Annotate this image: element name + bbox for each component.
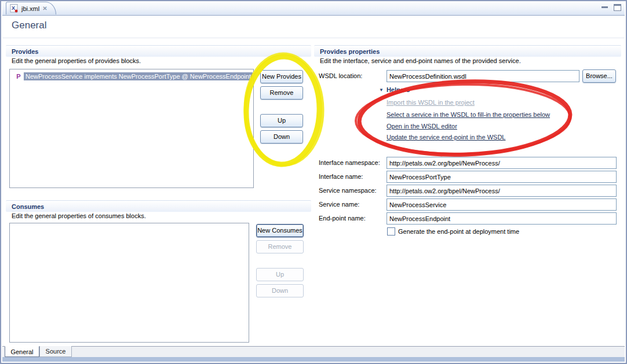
provides-properties-description: Edit the interface, service and end-poin…: [320, 57, 521, 64]
wsdl-location-label: WSDL location:: [319, 72, 362, 79]
endpoint-name-label: End-point name:: [319, 215, 366, 222]
generate-endpooint-label: Generate the end-point at deployment tim…: [398, 228, 519, 235]
xml-file-icon: X: [10, 4, 19, 13]
up-provides-button[interactable]: Up: [260, 114, 303, 127]
service-namespace-input[interactable]: [387, 185, 617, 197]
new-provides-button[interactable]: New Provides: [260, 70, 303, 83]
interface-name-input[interactable]: [387, 171, 617, 183]
consumes-section-title: Consumes: [6, 201, 311, 210]
consumes-description: Edit the general properties of consumes …: [12, 212, 146, 219]
title-separator: [2, 38, 625, 38]
link-open-wsdl-editor[interactable]: Open in the WSDL editor: [387, 123, 457, 130]
provides-item-icon: P: [14, 73, 23, 80]
collapse-arrow-icon: ▼: [379, 87, 384, 93]
provides-list[interactable]: P NewProcessService implements NewProces…: [9, 69, 254, 188]
provides-description: Edit the general properties of provides …: [12, 57, 141, 64]
endpoint-name-input[interactable]: [387, 212, 617, 225]
editor-page-tab-bar: General Source: [2, 346, 625, 357]
svg-text:X: X: [12, 5, 15, 11]
bottom-status-strip: [2, 357, 625, 362]
provides-item-text: NewProcessService implements NewProcessP…: [24, 72, 253, 80]
page-title: General: [12, 20, 46, 31]
wsdl-location-input[interactable]: [387, 70, 579, 82]
helpers-section-toggle[interactable]: ▼ Helpers: [379, 86, 410, 93]
provides-properties-title: Provides properties: [314, 46, 621, 55]
link-select-service[interactable]: Select a service in the WSDL to fill-in …: [387, 111, 550, 118]
remove-consumes-button: Remove: [256, 240, 304, 253]
down-provides-button[interactable]: Down: [260, 130, 303, 144]
tab-source[interactable]: Source: [39, 346, 72, 357]
up-consumes-button: Up: [256, 268, 304, 281]
interface-namespace-label: Interface namespace:: [319, 159, 380, 166]
tab-general[interactable]: General: [5, 346, 39, 357]
service-name-label: Service name:: [319, 201, 359, 208]
provides-section-header: Provides: [6, 45, 311, 57]
generate-endpoint-checkbox[interactable]: [387, 227, 395, 236]
link-update-endpoint[interactable]: Update the service end-point in the WSDL: [387, 134, 505, 141]
provides-list-item[interactable]: P NewProcessService implements NewProces…: [10, 71, 253, 81]
tab-close-icon[interactable]: ✕: [42, 5, 47, 12]
interface-namespace-input[interactable]: [387, 157, 617, 169]
minimize-view-icon[interactable]: [602, 6, 608, 8]
new-consumes-button[interactable]: New Consumes: [256, 224, 304, 237]
xml-icon-dot: [15, 10, 18, 13]
provides-properties-section-header: Provides properties: [314, 45, 621, 57]
tab-jbi-xml[interactable]: X jbi.xml ✕: [6, 2, 56, 14]
editor-tab-bar: X jbi.xml ✕: [2, 1, 625, 16]
provides-section-title: Provides: [6, 46, 311, 55]
consumes-section-header: Consumes: [6, 200, 311, 212]
down-consumes-button: Down: [256, 284, 304, 297]
browse-button[interactable]: Browse...: [582, 69, 616, 83]
service-namespace-label: Service namespace:: [319, 187, 377, 194]
editor-window: X jbi.xml ✕ General Provides Edit the ge…: [0, 0, 627, 364]
service-name-input[interactable]: [387, 198, 617, 211]
link-import-wsdl: Import this WSDL in the project: [387, 99, 475, 106]
interface-name-label: Interface name:: [319, 173, 363, 180]
maximize-view-icon[interactable]: [614, 4, 621, 11]
tab-title: jbi.xml: [21, 5, 39, 12]
helpers-title: Helpers: [387, 86, 410, 93]
remove-provides-button[interactable]: Remove: [260, 86, 303, 100]
consumes-list[interactable]: [9, 223, 249, 343]
